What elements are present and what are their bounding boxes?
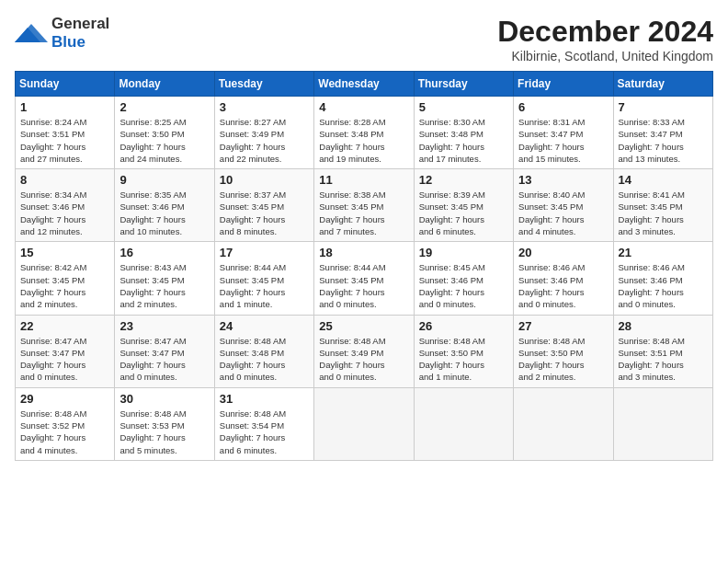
day-number: 22 <box>20 319 109 333</box>
calendar-cell <box>414 387 513 460</box>
day-number: 13 <box>518 173 608 187</box>
day-number: 27 <box>518 319 608 333</box>
calendar-cell: 9Sunrise: 8:35 AM Sunset: 3:46 PM Daylig… <box>115 169 214 242</box>
header-wednesday: Wednesday <box>314 72 414 97</box>
logo: General Blue <box>15 15 109 51</box>
calendar-cell: 24Sunrise: 8:48 AM Sunset: 3:48 PM Dayli… <box>214 315 313 387</box>
calendar-cell: 22Sunrise: 8:47 AM Sunset: 3:47 PM Dayli… <box>16 315 115 387</box>
day-info: Sunrise: 8:40 AM Sunset: 3:45 PM Dayligh… <box>518 189 608 237</box>
calendar-cell: 20Sunrise: 8:46 AM Sunset: 3:46 PM Dayli… <box>514 242 613 315</box>
day-info: Sunrise: 8:48 AM Sunset: 3:50 PM Dayligh… <box>419 335 508 384</box>
day-number: 4 <box>319 100 408 114</box>
day-number: 16 <box>119 246 209 259</box>
title-section: December 2024 Kilbirnie, Scotland, Unite… <box>497 15 713 63</box>
header-monday: Monday <box>115 72 214 97</box>
day-info: Sunrise: 8:47 AM Sunset: 3:47 PM Dayligh… <box>119 335 209 384</box>
day-number: 5 <box>419 100 508 114</box>
day-number: 3 <box>220 100 309 114</box>
day-info: Sunrise: 8:38 AM Sunset: 3:45 PM Dayligh… <box>319 189 408 237</box>
calendar-cell <box>514 387 613 460</box>
calendar-table: Sunday Monday Tuesday Wednesday Thursday… <box>15 71 713 461</box>
calendar-cell: 15Sunrise: 8:42 AM Sunset: 3:45 PM Dayli… <box>16 242 115 315</box>
day-info: Sunrise: 8:48 AM Sunset: 3:50 PM Dayligh… <box>518 335 608 384</box>
calendar-week-4: 22Sunrise: 8:47 AM Sunset: 3:47 PM Dayli… <box>16 315 713 387</box>
calendar-cell: 6Sunrise: 8:31 AM Sunset: 3:47 PM Daylig… <box>514 97 613 169</box>
day-number: 10 <box>220 173 309 187</box>
logo-icon <box>15 20 48 46</box>
day-number: 29 <box>20 392 109 406</box>
calendar-cell: 31Sunrise: 8:48 AM Sunset: 3:54 PM Dayli… <box>214 387 313 460</box>
calendar-week-2: 8Sunrise: 8:34 AM Sunset: 3:46 PM Daylig… <box>16 169 713 242</box>
day-info: Sunrise: 8:44 AM Sunset: 3:45 PM Dayligh… <box>319 261 408 310</box>
day-number: 28 <box>619 319 708 333</box>
calendar-cell: 26Sunrise: 8:48 AM Sunset: 3:50 PM Dayli… <box>414 315 513 387</box>
day-number: 9 <box>119 173 209 187</box>
day-info: Sunrise: 8:34 AM Sunset: 3:46 PM Dayligh… <box>20 189 109 237</box>
calendar-cell: 17Sunrise: 8:44 AM Sunset: 3:45 PM Dayli… <box>214 242 313 315</box>
calendar-cell: 19Sunrise: 8:45 AM Sunset: 3:46 PM Dayli… <box>414 242 513 315</box>
day-info: Sunrise: 8:43 AM Sunset: 3:45 PM Dayligh… <box>119 261 209 310</box>
day-number: 6 <box>518 100 608 114</box>
calendar-cell: 28Sunrise: 8:48 AM Sunset: 3:51 PM Dayli… <box>613 315 712 387</box>
calendar-cell <box>613 387 712 460</box>
calendar-cell: 21Sunrise: 8:46 AM Sunset: 3:46 PM Dayli… <box>613 242 712 315</box>
day-info: Sunrise: 8:46 AM Sunset: 3:46 PM Dayligh… <box>518 261 608 310</box>
day-info: Sunrise: 8:48 AM Sunset: 3:52 PM Dayligh… <box>20 408 109 456</box>
day-info: Sunrise: 8:24 AM Sunset: 3:51 PM Dayligh… <box>20 116 109 165</box>
day-info: Sunrise: 8:44 AM Sunset: 3:45 PM Dayligh… <box>220 261 309 310</box>
day-info: Sunrise: 8:39 AM Sunset: 3:45 PM Dayligh… <box>419 189 508 237</box>
day-number: 20 <box>518 246 608 259</box>
calendar-cell: 18Sunrise: 8:44 AM Sunset: 3:45 PM Dayli… <box>314 242 414 315</box>
header-sunday: Sunday <box>16 72 115 97</box>
day-number: 18 <box>319 246 408 259</box>
header-friday: Friday <box>514 72 613 97</box>
calendar-cell: 2Sunrise: 8:25 AM Sunset: 3:50 PM Daylig… <box>115 97 214 169</box>
calendar-cell: 14Sunrise: 8:41 AM Sunset: 3:45 PM Dayli… <box>613 169 712 242</box>
day-info: Sunrise: 8:42 AM Sunset: 3:45 PM Dayligh… <box>20 261 109 310</box>
day-number: 15 <box>20 246 109 259</box>
logo-general: General <box>51 15 109 32</box>
day-info: Sunrise: 8:28 AM Sunset: 3:48 PM Dayligh… <box>319 116 408 165</box>
header-thursday: Thursday <box>414 72 513 97</box>
calendar-cell: 30Sunrise: 8:48 AM Sunset: 3:53 PM Dayli… <box>115 387 214 460</box>
day-info: Sunrise: 8:48 AM Sunset: 3:49 PM Dayligh… <box>319 335 408 384</box>
calendar-cell: 13Sunrise: 8:40 AM Sunset: 3:45 PM Dayli… <box>514 169 613 242</box>
day-number: 19 <box>419 246 508 259</box>
day-number: 17 <box>220 246 309 259</box>
calendar-week-5: 29Sunrise: 8:48 AM Sunset: 3:52 PM Dayli… <box>16 387 713 460</box>
day-number: 8 <box>20 173 109 187</box>
day-number: 30 <box>119 392 209 406</box>
calendar-cell: 7Sunrise: 8:33 AM Sunset: 3:47 PM Daylig… <box>613 97 712 169</box>
day-info: Sunrise: 8:33 AM Sunset: 3:47 PM Dayligh… <box>619 116 708 165</box>
calendar-cell: 1Sunrise: 8:24 AM Sunset: 3:51 PM Daylig… <box>16 97 115 169</box>
day-number: 12 <box>419 173 508 187</box>
calendar-cell: 23Sunrise: 8:47 AM Sunset: 3:47 PM Dayli… <box>115 315 214 387</box>
calendar-cell: 8Sunrise: 8:34 AM Sunset: 3:46 PM Daylig… <box>16 169 115 242</box>
calendar-cell <box>314 387 414 460</box>
header-saturday: Saturday <box>613 72 712 97</box>
calendar-week-3: 15Sunrise: 8:42 AM Sunset: 3:45 PM Dayli… <box>16 242 713 315</box>
calendar-cell: 16Sunrise: 8:43 AM Sunset: 3:45 PM Dayli… <box>115 242 214 315</box>
day-number: 2 <box>119 100 209 114</box>
day-number: 25 <box>319 319 408 333</box>
calendar-cell: 4Sunrise: 8:28 AM Sunset: 3:48 PM Daylig… <box>314 97 414 169</box>
day-number: 31 <box>220 392 309 406</box>
calendar-cell: 12Sunrise: 8:39 AM Sunset: 3:45 PM Dayli… <box>414 169 513 242</box>
day-info: Sunrise: 8:25 AM Sunset: 3:50 PM Dayligh… <box>119 116 209 165</box>
logo-blue: Blue <box>51 33 85 51</box>
page-header: General Blue December 2024 Kilbirnie, Sc… <box>15 15 713 63</box>
day-info: Sunrise: 8:35 AM Sunset: 3:46 PM Dayligh… <box>119 189 209 237</box>
day-number: 26 <box>419 319 508 333</box>
calendar-cell: 5Sunrise: 8:30 AM Sunset: 3:48 PM Daylig… <box>414 97 513 169</box>
day-info: Sunrise: 8:45 AM Sunset: 3:46 PM Dayligh… <box>419 261 508 310</box>
header-tuesday: Tuesday <box>214 72 313 97</box>
day-number: 21 <box>619 246 708 259</box>
calendar-cell: 10Sunrise: 8:37 AM Sunset: 3:45 PM Dayli… <box>214 169 313 242</box>
day-info: Sunrise: 8:37 AM Sunset: 3:45 PM Dayligh… <box>220 189 309 237</box>
day-info: Sunrise: 8:48 AM Sunset: 3:48 PM Dayligh… <box>220 335 309 384</box>
day-number: 24 <box>220 319 309 333</box>
calendar-cell: 29Sunrise: 8:48 AM Sunset: 3:52 PM Dayli… <box>16 387 115 460</box>
calendar-cell: 3Sunrise: 8:27 AM Sunset: 3:49 PM Daylig… <box>214 97 313 169</box>
day-info: Sunrise: 8:48 AM Sunset: 3:51 PM Dayligh… <box>619 335 708 384</box>
day-info: Sunrise: 8:48 AM Sunset: 3:53 PM Dayligh… <box>119 408 209 456</box>
